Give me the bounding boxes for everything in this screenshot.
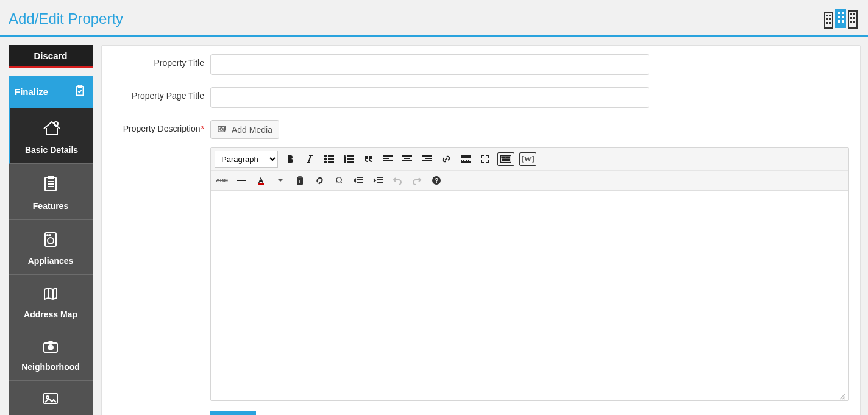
camera-target-icon xyxy=(12,339,89,356)
fullscreen-button[interactable] xyxy=(478,152,493,166)
svg-point-41 xyxy=(220,128,222,130)
sidebar-item-gallery[interactable] xyxy=(9,381,93,415)
page-header: Add/Edit Property xyxy=(0,0,868,37)
svg-rect-12 xyxy=(838,20,840,23)
format-select[interactable]: Paragraph xyxy=(215,151,278,168)
sidebar-item-neighborhood[interactable]: Neighborhood xyxy=(9,328,93,381)
link-button[interactable] xyxy=(439,152,454,166)
help-button[interactable]: ? xyxy=(429,173,444,188)
svg-rect-0 xyxy=(824,12,833,28)
insert-more-button[interactable] xyxy=(458,152,473,166)
svg-text:T: T xyxy=(299,179,302,183)
svg-rect-9 xyxy=(842,12,844,14)
bold-button[interactable] xyxy=(283,152,297,166)
outdent-button[interactable] xyxy=(351,173,366,188)
row-property-title: Property Title xyxy=(113,54,849,75)
sidebar-item-appliances[interactable]: Appliances xyxy=(9,220,93,275)
strikethrough-button[interactable]: ABC xyxy=(215,173,229,188)
washer-icon xyxy=(12,231,89,250)
buildings-logo-icon xyxy=(823,6,859,31)
sidebar-item-basic-details[interactable]: Basic Details xyxy=(9,108,93,164)
row-property-description: Property Description* Add Media xyxy=(113,120,849,415)
svg-rect-77 xyxy=(258,183,264,185)
input-property-title[interactable] xyxy=(210,54,649,75)
svg-point-44 xyxy=(325,158,327,160)
word-paste-button[interactable]: [W] xyxy=(519,152,536,166)
svg-rect-2 xyxy=(829,15,831,16)
save-button[interactable]: Save xyxy=(210,411,256,415)
svg-rect-20 xyxy=(853,21,855,23)
label-property-description: Property Description* xyxy=(113,120,210,133)
svg-point-32 xyxy=(49,235,51,236)
svg-text:3: 3 xyxy=(344,160,346,163)
svg-rect-8 xyxy=(838,12,840,14)
camera-music-icon xyxy=(217,124,228,135)
svg-rect-75 xyxy=(502,159,510,161)
sidebar-item-features[interactable]: Features xyxy=(9,164,93,220)
align-center-button[interactable] xyxy=(400,152,414,166)
indent-button[interactable] xyxy=(371,173,385,188)
sidebar: Discard Finalize Basic Details xyxy=(9,45,93,415)
sidebar-item-label: Basic Details xyxy=(14,145,89,155)
svg-rect-18 xyxy=(853,17,855,19)
add-media-label: Add Media xyxy=(232,125,272,135)
svg-rect-72 xyxy=(504,157,506,158)
map-icon xyxy=(12,286,89,303)
numbered-list-button[interactable]: 123 xyxy=(341,152,356,166)
rich-text-editor: Paragraph 123 [W] xyxy=(210,147,849,401)
svg-rect-14 xyxy=(848,11,857,28)
svg-rect-7 xyxy=(835,9,846,28)
add-media-button[interactable]: Add Media xyxy=(210,120,279,139)
blockquote-button[interactable] xyxy=(361,152,375,166)
svg-rect-74 xyxy=(508,157,510,158)
editor-toolbar-row1: Paragraph 123 [W] xyxy=(211,148,848,171)
svg-rect-4 xyxy=(829,18,831,20)
finalize-button[interactable]: Finalize xyxy=(9,76,93,108)
sidebar-item-address-map[interactable]: Address Map xyxy=(9,275,93,328)
paste-text-button[interactable]: T xyxy=(293,173,307,188)
svg-text:?: ? xyxy=(435,177,438,184)
resize-grip-icon xyxy=(839,393,846,400)
text-color-dropdown[interactable] xyxy=(273,173,288,188)
sidebar-item-label: Neighborhood xyxy=(12,362,89,372)
label-property-title: Property Title xyxy=(113,54,210,68)
clipboard-list-icon xyxy=(12,175,89,195)
input-property-page-title[interactable] xyxy=(210,87,649,108)
sidebar-item-label: Appliances xyxy=(12,256,89,266)
text-color-button[interactable] xyxy=(254,173,268,188)
svg-rect-17 xyxy=(850,17,852,19)
svg-rect-10 xyxy=(838,16,840,18)
align-left-button[interactable] xyxy=(380,152,395,166)
svg-rect-1 xyxy=(826,15,828,16)
italic-button[interactable] xyxy=(302,152,317,166)
label-property-page-title: Property Page Title xyxy=(113,87,210,101)
required-marker: * xyxy=(201,124,204,133)
svg-rect-19 xyxy=(850,21,852,23)
svg-rect-11 xyxy=(842,16,844,18)
svg-rect-15 xyxy=(850,13,852,15)
horizontal-rule-button[interactable] xyxy=(234,173,249,188)
svg-point-46 xyxy=(325,161,327,163)
editor-content-area[interactable] xyxy=(211,191,848,392)
svg-point-23 xyxy=(54,122,58,126)
home-gear-icon xyxy=(14,119,89,139)
image-icon xyxy=(12,392,89,407)
discard-button[interactable]: Discard xyxy=(9,45,93,68)
svg-point-37 xyxy=(50,347,52,349)
align-right-button[interactable] xyxy=(419,152,434,166)
editor-toolbar-row2: ABC T Ω ? xyxy=(211,171,848,191)
svg-rect-3 xyxy=(826,18,828,20)
svg-rect-79 xyxy=(298,176,302,178)
toolbar-toggle-button[interactable] xyxy=(497,152,514,166)
undo-button[interactable] xyxy=(390,173,405,188)
svg-rect-71 xyxy=(502,157,503,158)
redo-button[interactable] xyxy=(410,173,424,188)
editor-resize-handle[interactable] xyxy=(211,392,848,400)
svg-rect-6 xyxy=(829,22,831,24)
row-property-page-title: Property Page Title xyxy=(113,87,849,108)
sidebar-item-label: Features xyxy=(12,201,89,211)
special-char-button[interactable]: Ω xyxy=(332,173,346,188)
svg-point-31 xyxy=(47,235,48,236)
bullet-list-button[interactable] xyxy=(322,152,336,166)
clear-format-button[interactable] xyxy=(312,173,327,188)
